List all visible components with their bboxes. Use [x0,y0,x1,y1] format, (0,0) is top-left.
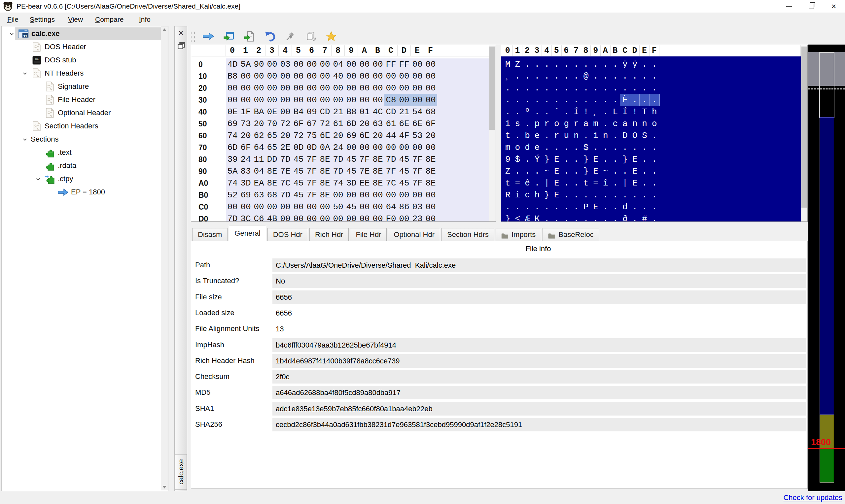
hex-byte[interactable]: 00 [411,142,424,154]
hex-byte[interactable]: 00 [411,94,424,106]
hex-byte[interactable]: 00 [358,94,371,106]
ascii-char[interactable]: ! [630,106,640,118]
ascii-char[interactable]: a [581,118,591,130]
tree-item--rdata[interactable]: .rdata [2,159,169,172]
hex-byte[interactable]: 7D [384,154,398,165]
hex-byte[interactable]: 00 [252,201,265,213]
ascii-char[interactable]: n [630,118,640,130]
hex-byte[interactable]: 50 [332,201,345,213]
ascii-char[interactable]: E [630,165,640,177]
ascii-char[interactable]: $ [513,154,523,165]
tree-item--text[interactable]: .text [2,146,169,159]
ascii-char[interactable]: . [542,70,552,82]
hex-byte[interactable]: CD [384,106,398,118]
ascii-char[interactable]: . [591,142,601,154]
check-for-updates-link[interactable]: Check for updates [783,491,842,504]
hex-byte[interactable]: 00 [239,82,252,94]
hex-byte[interactable]: 4F [398,130,411,142]
ascii-char[interactable]: . [591,82,601,94]
ascii-char[interactable]: . [562,106,571,118]
ascii-char[interactable]: O [630,130,640,142]
hex-byte[interactable]: 7F [411,154,424,165]
hex-byte[interactable]: 8E [265,165,279,177]
ascii-char[interactable]: a [620,118,630,130]
hex-byte[interactable]: 54 [411,106,424,118]
ascii-char[interactable]: . [562,177,571,189]
ascii-char[interactable]: . [611,58,620,70]
hex-byte[interactable]: 40 [332,70,345,82]
hex-byte[interactable]: 1F [239,106,252,118]
ascii-char[interactable]: E [630,177,640,189]
ascii-char[interactable]: g [562,118,571,130]
info-value[interactable]: 13 [272,322,806,336]
ascii-char[interactable]: . [552,142,562,154]
hex-byte[interactable]: 00 [384,82,398,94]
ascii-char[interactable]: . [513,201,523,213]
tab-disasm[interactable]: Disasm [192,228,228,241]
hex-byte[interactable]: 72 [279,118,292,130]
follow-arrow-icon[interactable] [198,30,218,43]
hex-byte[interactable]: 00 [239,70,252,82]
chevron-down-icon[interactable] [19,71,31,76]
tree-item-file-header[interactable]: File Header [2,93,169,106]
ascii-char[interactable]: } [542,189,552,201]
hex-byte[interactable]: 00 [226,82,239,94]
hex-byte[interactable]: 53 [411,130,424,142]
hex-byte[interactable]: 8E [424,177,437,189]
export-file-icon[interactable] [239,30,260,43]
ascii-char[interactable]: = [513,177,523,189]
tree-item-signature[interactable]: Signature [2,80,169,93]
info-value[interactable]: 6656 [272,306,806,320]
hex-byte[interactable]: 73 [239,118,252,130]
ascii-char[interactable]: . [522,82,532,94]
hex-byte[interactable]: 24 [239,154,252,165]
hex-byte[interactable]: 45 [398,177,411,189]
hex-byte[interactable]: 00 [279,201,292,213]
ascii-char[interactable]: . [581,94,591,106]
ascii-char[interactable]: . [532,94,542,106]
ascii-char[interactable]: o [650,118,659,130]
hex-byte[interactable]: 21 [398,106,411,118]
ascii-char[interactable]: . [503,94,513,106]
hex-byte[interactable]: 00 [358,142,371,154]
hex-byte[interactable]: 45 [292,177,305,189]
hex-byte[interactable]: 69 [239,189,252,201]
ascii-char[interactable]: o [513,142,523,154]
ascii-char[interactable]: . [571,70,581,82]
compare-copy-icon[interactable] [300,30,321,43]
hex-byte[interactable]: 0E [226,106,239,118]
hex-byte[interactable]: 00 [305,58,318,70]
hex-byte[interactable]: 00 [318,201,332,213]
ascii-char[interactable]: . [620,142,630,154]
ascii-char[interactable]: . [532,165,542,177]
ascii-char[interactable]: D [620,130,630,142]
ascii-char[interactable]: . [640,189,650,201]
ascii-char[interactable]: . [640,177,650,189]
hex-byte[interactable]: 00 [265,94,279,106]
hex-byte[interactable]: 61 [332,118,345,130]
ascii-char[interactable]: . [611,130,620,142]
hex-byte[interactable]: 00 [371,94,384,106]
hex-byte[interactable]: 6D [226,142,239,154]
hex-byte[interactable]: 20 [424,130,437,142]
ascii-char[interactable]: . [601,94,611,106]
restore-button[interactable] [800,0,823,13]
ascii-char[interactable]: @ [581,70,591,82]
ascii-char[interactable]: n [601,130,611,142]
hex-byte[interactable]: 00 [358,58,371,70]
scroll-up-icon[interactable] [162,29,166,31]
ascii-char[interactable]: E [552,189,562,201]
hex-byte[interactable]: 04 [332,58,345,70]
hex-byte[interactable]: 74 [226,130,239,142]
hex-byte[interactable]: 8E [318,189,332,201]
ascii-char[interactable]: p [532,118,542,130]
hex-byte[interactable]: 5A [226,165,239,177]
ascii-char[interactable]: . [571,82,581,94]
hex-byte[interactable]: BA [252,106,265,118]
ascii-char[interactable]: . [630,94,640,106]
hex-byte[interactable]: 00 [358,213,371,221]
ascii-char[interactable]: . [611,177,620,189]
hex-byte[interactable]: 74 [332,177,345,189]
ascii-char[interactable]: . [650,177,659,189]
hex-byte[interactable]: 74 [226,177,239,189]
